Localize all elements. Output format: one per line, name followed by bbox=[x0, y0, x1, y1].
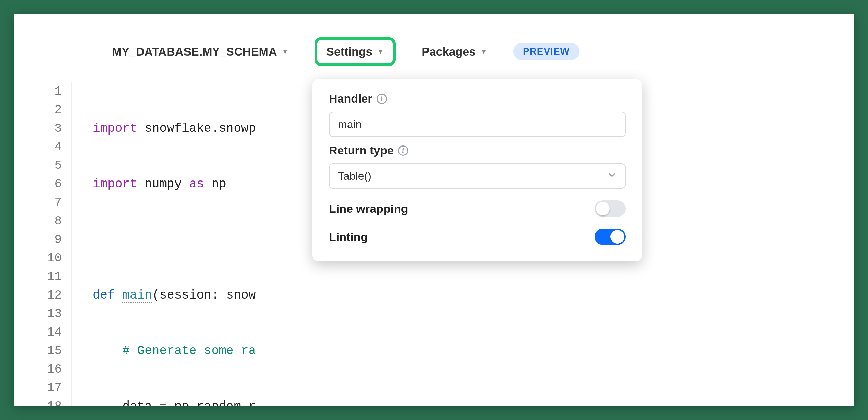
line-wrapping-label: Line wrapping bbox=[329, 202, 408, 215]
line-number: 7 bbox=[34, 194, 62, 212]
settings-popover: Handler i Return type i Table() Line wra… bbox=[312, 79, 642, 261]
line-number: 18 bbox=[34, 397, 62, 406]
code-token: main bbox=[122, 288, 152, 303]
schema-label: MY_DATABASE.MY_SCHEMA bbox=[112, 45, 277, 58]
code-token: np bbox=[204, 177, 226, 191]
linting-row: Linting bbox=[329, 229, 626, 245]
line-number: 17 bbox=[34, 379, 62, 397]
line-number: 16 bbox=[34, 360, 62, 379]
linting-toggle[interactable] bbox=[595, 229, 626, 245]
toggle-knob bbox=[610, 230, 624, 244]
caret-down-icon: ▼ bbox=[377, 48, 384, 56]
code-token: import bbox=[93, 121, 137, 136]
toolbar: MY_DATABASE.MY_SCHEMA ▼ Settings ▼ Packa… bbox=[103, 38, 579, 65]
return-type-label-row: Return type i bbox=[329, 144, 626, 157]
info-icon[interactable]: i bbox=[377, 94, 387, 104]
code-token: data = np.random.r bbox=[93, 399, 256, 406]
line-number: 9 bbox=[34, 231, 62, 249]
line-number: 12 bbox=[34, 286, 62, 305]
chevron-down-icon bbox=[607, 170, 617, 183]
caret-down-icon: ▼ bbox=[480, 48, 487, 56]
line-number: 11 bbox=[34, 268, 62, 286]
code-token: snowflake.snowp bbox=[137, 121, 256, 136]
editor-gutter: 1 2 3 4 5 6 7 8 9 10 11 12 13 14 15 16 1… bbox=[34, 82, 72, 406]
handler-label-row: Handler i bbox=[329, 92, 626, 105]
code-token bbox=[115, 288, 123, 302]
line-number: 10 bbox=[34, 249, 62, 268]
line-number: 6 bbox=[34, 175, 62, 194]
settings-label: Settings bbox=[326, 45, 372, 58]
linting-label: Linting bbox=[329, 230, 368, 244]
packages-dropdown[interactable]: Packages ▼ bbox=[413, 40, 496, 63]
return-type-value: Table() bbox=[338, 170, 372, 183]
line-number: 13 bbox=[34, 305, 62, 323]
return-type-select[interactable]: Table() bbox=[329, 163, 626, 189]
caret-down-icon: ▼ bbox=[282, 48, 288, 56]
line-number: 4 bbox=[34, 138, 62, 156]
line-wrapping-toggle[interactable] bbox=[595, 200, 626, 217]
code-token: as bbox=[189, 177, 204, 191]
line-wrapping-row: Line wrapping bbox=[329, 200, 626, 217]
code-token: (session: snow bbox=[152, 288, 256, 302]
handler-label: Handler bbox=[329, 92, 373, 105]
code-token: import bbox=[93, 177, 137, 191]
code-token: def bbox=[93, 288, 115, 302]
settings-dropdown[interactable]: Settings ▼ bbox=[315, 37, 396, 66]
preview-badge: PREVIEW bbox=[513, 43, 579, 60]
line-number: 5 bbox=[34, 156, 62, 175]
packages-label: Packages bbox=[422, 45, 476, 58]
schema-dropdown[interactable]: MY_DATABASE.MY_SCHEMA ▼ bbox=[103, 40, 297, 63]
info-icon[interactable]: i bbox=[398, 145, 408, 156]
app-panel: MY_DATABASE.MY_SCHEMA ▼ Settings ▼ Packa… bbox=[14, 14, 854, 406]
return-type-label: Return type bbox=[329, 144, 394, 157]
line-number: 8 bbox=[34, 212, 62, 231]
outer-frame: MY_DATABASE.MY_SCHEMA ▼ Settings ▼ Packa… bbox=[0, 0, 868, 420]
line-number: 1 bbox=[34, 82, 62, 101]
line-number: 14 bbox=[34, 323, 62, 342]
line-number: 3 bbox=[34, 119, 62, 138]
line-number: 15 bbox=[34, 342, 62, 360]
code-token: # Generate some ra bbox=[93, 344, 256, 358]
toggle-knob bbox=[596, 202, 610, 215]
code-token: numpy bbox=[137, 177, 189, 191]
line-number: 2 bbox=[34, 101, 62, 119]
handler-input[interactable] bbox=[329, 112, 626, 137]
